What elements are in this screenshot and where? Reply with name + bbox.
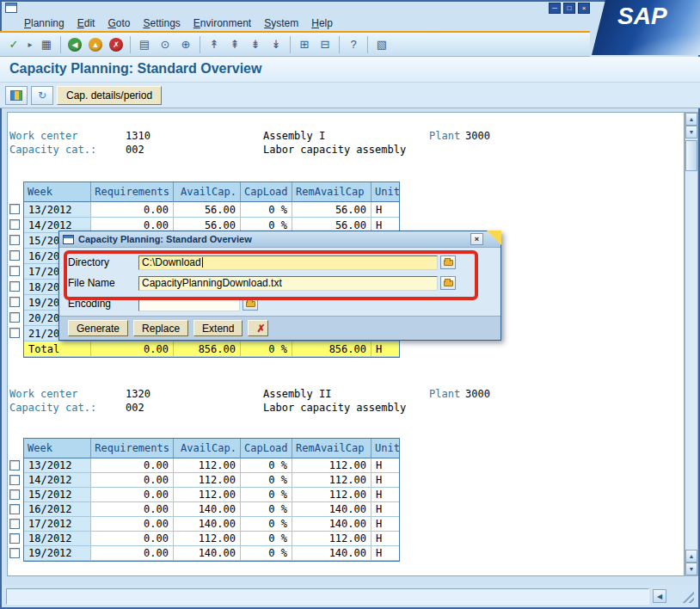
find-icon[interactable]: ⊙ — [156, 35, 175, 54]
table-cell: 0.00 — [91, 488, 174, 502]
maximize-button[interactable]: □ — [563, 3, 575, 14]
cap-details-period-button[interactable]: Cap. details/period — [57, 86, 162, 105]
vertical-scrollbar[interactable]: ▲▼▲▼ — [685, 112, 698, 576]
menu-edit[interactable]: Edit — [77, 17, 95, 29]
file-name-input[interactable]: CapacityPlanningDownload.txt — [138, 276, 438, 291]
refresh-button[interactable]: ↻ — [31, 86, 53, 105]
application-toolbar: ↻ Cap. details/period — [0, 83, 700, 108]
column-header-week[interactable]: Week — [24, 182, 91, 202]
dialog-close-button[interactable]: × — [470, 233, 483, 245]
page-down-icon[interactable]: ⇟ — [246, 35, 265, 54]
column-header-requirements[interactable]: Requirements — [91, 182, 174, 202]
row-checkbox[interactable] — [9, 548, 20, 558]
total-row: Total0.00856.000 %856.00H — [24, 341, 399, 357]
status-history-icon[interactable]: ◀ — [653, 589, 666, 603]
menu-goto[interactable]: Goto — [107, 17, 130, 29]
table-cell: 0 % — [241, 202, 292, 218]
column-header-unit[interactable]: Unit — [371, 182, 399, 202]
scroll-up-icon[interactable]: ▲ — [685, 550, 697, 563]
column-header-capload[interactable]: CapLoad — [241, 439, 292, 458]
row-checkbox[interactable] — [9, 204, 20, 214]
table-row: 18/20120.00112.000 %112.00H — [24, 532, 399, 546]
replace-button[interactable]: Replace — [133, 320, 188, 336]
row-checkbox[interactable] — [9, 219, 20, 230]
row-checkbox[interactable] — [9, 460, 20, 471]
table-row: 14/20120.00112.000 %112.00H — [24, 473, 399, 488]
window-controls: ─□× — [549, 3, 590, 14]
page-up-icon[interactable]: ⇞ — [225, 35, 244, 54]
table-cell: 15/2012 — [24, 488, 91, 502]
row-checkbox[interactable] — [9, 475, 20, 485]
row-checkbox[interactable] — [9, 297, 20, 307]
print-icon[interactable]: ▤ — [135, 35, 154, 54]
directory-input[interactable]: C:\Download — [138, 255, 438, 270]
row-checkbox[interactable] — [9, 519, 20, 529]
capacity-overview-button[interactable] — [5, 86, 28, 105]
table-cell: 140.00 — [292, 517, 371, 532]
menu-help[interactable]: Help — [311, 17, 333, 29]
work-center-label: Work center — [9, 388, 77, 401]
table-cell: 18/2012 — [24, 532, 91, 546]
table-cell: H — [371, 502, 399, 517]
scrollbar-thumb[interactable] — [685, 140, 697, 171]
column-header-capload[interactable]: CapLoad — [241, 182, 292, 202]
dialog-title: Capacity Planning: Standard Overview — [78, 234, 252, 244]
menu-planning[interactable]: Planning — [24, 17, 64, 29]
row-checkbox[interactable] — [9, 266, 20, 276]
plant-value: 3000 — [465, 388, 490, 401]
last-page-icon[interactable]: ↡ — [267, 35, 286, 54]
first-page-icon[interactable]: ↟ — [205, 35, 224, 54]
row-checkbox[interactable] — [9, 489, 20, 500]
layout-menu-icon[interactable]: ▧ — [372, 35, 391, 54]
scroll-up-icon[interactable]: ▲ — [685, 113, 697, 126]
menu-settings[interactable]: Settings — [143, 17, 180, 29]
row-checkbox[interactable] — [9, 235, 20, 245]
row-checkbox[interactable] — [9, 504, 20, 514]
column-header-availcap[interactable]: AvailCap. — [174, 182, 241, 202]
create-shortcut-icon[interactable]: ⊟ — [316, 35, 335, 54]
dialog-titlebar[interactable]: Capacity Planning: Standard Overview × — [59, 231, 500, 248]
menu-environment[interactable]: Environment — [193, 17, 251, 29]
table-cell: H — [371, 473, 399, 488]
browse-file-name-button[interactable] — [440, 276, 456, 290]
row-checkbox[interactable] — [9, 533, 20, 544]
status-bar: ◀ — [2, 585, 698, 607]
row-checkbox[interactable] — [9, 312, 20, 323]
row-checkbox[interactable] — [9, 250, 20, 261]
row-checkbox[interactable] — [9, 281, 20, 292]
refresh-icon: ↻ — [38, 90, 46, 101]
column-header-week[interactable]: Week — [24, 439, 91, 458]
help-icon[interactable]: ? — [344, 35, 363, 54]
capacity-cat-value: 002 — [126, 144, 144, 157]
new-session-icon[interactable]: ⊞ — [295, 35, 314, 54]
row-checkbox[interactable] — [9, 328, 20, 338]
save-icon[interactable]: ▦ — [37, 35, 56, 54]
column-header-remavailcap[interactable]: RemAvailCap — [292, 439, 371, 458]
close-button[interactable]: × — [578, 3, 590, 14]
find-next-icon[interactable]: ⊕ — [176, 35, 195, 54]
status-message-field[interactable] — [6, 588, 649, 605]
column-header-requirements[interactable]: Requirements — [91, 439, 174, 458]
scroll-down-icon[interactable]: ▼ — [685, 126, 697, 138]
column-header-remavailcap[interactable]: RemAvailCap — [292, 182, 371, 202]
window-icon — [5, 3, 17, 13]
browse-encoding-button[interactable] — [243, 297, 258, 311]
toolbar-separator — [130, 36, 131, 53]
encoding-input[interactable] — [138, 297, 240, 311]
text-cursor — [202, 257, 203, 268]
minimize-button[interactable]: ─ — [549, 3, 561, 14]
extend-button[interactable]: Extend — [193, 320, 243, 336]
cancel-icon[interactable]: ✗ — [107, 35, 126, 54]
scroll-down-icon[interactable]: ▼ — [685, 563, 697, 575]
command-field-icon[interactable]: ▸ — [25, 35, 35, 54]
column-header-unit[interactable]: Unit — [371, 439, 399, 458]
generate-button[interactable]: Generate — [68, 320, 128, 336]
window-resize-grip[interactable] — [680, 589, 694, 603]
exit-icon[interactable]: ▲ — [86, 35, 105, 54]
enter-icon[interactable]: ✓ — [4, 35, 23, 54]
column-header-availcap[interactable]: AvailCap. — [174, 439, 241, 458]
back-icon[interactable]: ◀ — [65, 35, 84, 54]
cancel-dialog-button[interactable]: ✗ — [248, 320, 268, 336]
menu-system[interactable]: System — [264, 17, 298, 29]
browse-directory-button[interactable] — [440, 255, 456, 269]
